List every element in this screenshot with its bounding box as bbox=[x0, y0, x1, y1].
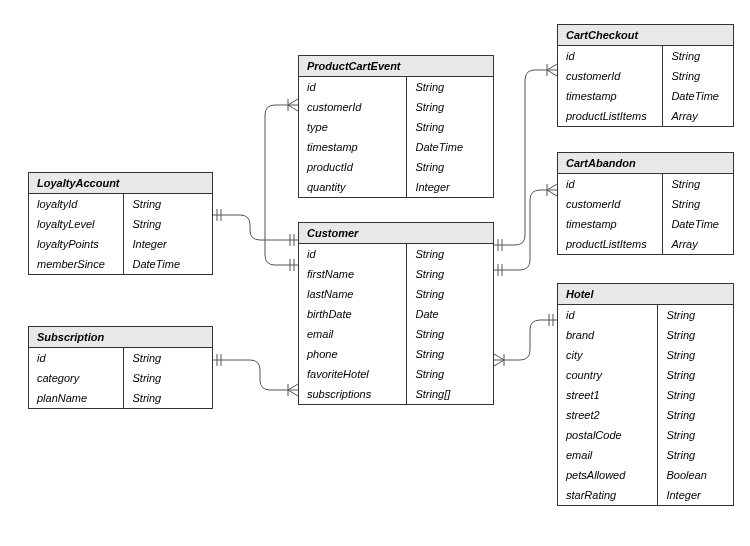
field-name: planName bbox=[29, 388, 123, 408]
entity-subscription: Subscription id category planName String… bbox=[28, 326, 213, 409]
field-name: street2 bbox=[558, 405, 657, 425]
field-name: customerId bbox=[558, 194, 662, 214]
field-name: firstName bbox=[299, 264, 406, 284]
entity-hotel: Hotel id brand city country street1 stre… bbox=[557, 283, 734, 506]
field-name: id bbox=[299, 244, 406, 264]
field-name: birthDate bbox=[299, 304, 406, 324]
entity-customer: Customer id firstName lastName birthDate… bbox=[298, 222, 494, 405]
field-type: String bbox=[407, 364, 493, 384]
field-name: loyaltyId bbox=[29, 194, 123, 214]
field-type: String bbox=[124, 348, 212, 368]
field-type: String bbox=[658, 365, 733, 385]
field-type: DateTime bbox=[407, 137, 493, 157]
field-name: postalCode bbox=[558, 425, 657, 445]
field-type: String bbox=[658, 425, 733, 445]
field-type: String bbox=[658, 385, 733, 405]
field-name: email bbox=[299, 324, 406, 344]
field-name: street1 bbox=[558, 385, 657, 405]
field-name: favoriteHotel bbox=[299, 364, 406, 384]
field-type: DateTime bbox=[663, 214, 733, 234]
field-type: String bbox=[658, 445, 733, 465]
field-type: String bbox=[663, 46, 733, 66]
entity-title: Customer bbox=[299, 223, 493, 244]
field-type: String bbox=[658, 325, 733, 345]
field-name: quantity bbox=[299, 177, 406, 197]
field-type: String bbox=[658, 305, 733, 325]
field-type: String bbox=[407, 324, 493, 344]
field-type: DateTime bbox=[663, 86, 733, 106]
field-type: Integer bbox=[407, 177, 493, 197]
field-type: String bbox=[407, 157, 493, 177]
field-name: id bbox=[558, 46, 662, 66]
field-name: productListItems bbox=[558, 106, 662, 126]
field-type: String bbox=[407, 244, 493, 264]
field-type: String bbox=[124, 214, 212, 234]
entity-cart-abandon: CartAbandon id customerId timestamp prod… bbox=[557, 152, 734, 255]
field-name: loyaltyPoints bbox=[29, 234, 123, 254]
field-name: category bbox=[29, 368, 123, 388]
field-type: String bbox=[407, 97, 493, 117]
field-name: memberSince bbox=[29, 254, 123, 274]
field-type: DateTime bbox=[124, 254, 212, 274]
field-name: timestamp bbox=[558, 86, 662, 106]
field-name: id bbox=[299, 77, 406, 97]
field-type: Integer bbox=[658, 485, 733, 505]
field-name: country bbox=[558, 365, 657, 385]
field-name: type bbox=[299, 117, 406, 137]
field-name: productId bbox=[299, 157, 406, 177]
field-type: String bbox=[663, 66, 733, 86]
er-diagram-canvas: LoyaltyAccount loyaltyId loyaltyLevel lo… bbox=[0, 0, 750, 546]
field-type: String bbox=[663, 174, 733, 194]
field-name: brand bbox=[558, 325, 657, 345]
field-type: Integer bbox=[124, 234, 212, 254]
field-type: String bbox=[124, 194, 212, 214]
entity-title: Hotel bbox=[558, 284, 733, 305]
field-name: email bbox=[558, 445, 657, 465]
field-type: String bbox=[663, 194, 733, 214]
field-name: lastName bbox=[299, 284, 406, 304]
field-type: String bbox=[407, 77, 493, 97]
entity-title: Subscription bbox=[29, 327, 212, 348]
field-name: id bbox=[29, 348, 123, 368]
field-type: String bbox=[407, 344, 493, 364]
field-type: String[] bbox=[407, 384, 493, 404]
field-type: String bbox=[658, 345, 733, 365]
field-type: Boolean bbox=[658, 465, 733, 485]
entity-title: ProductCartEvent bbox=[299, 56, 493, 77]
field-type: String bbox=[658, 405, 733, 425]
field-name: customerId bbox=[299, 97, 406, 117]
entity-loyalty-account: LoyaltyAccount loyaltyId loyaltyLevel lo… bbox=[28, 172, 213, 275]
field-name: timestamp bbox=[299, 137, 406, 157]
field-type: Array bbox=[663, 106, 733, 126]
entity-title: CartAbandon bbox=[558, 153, 733, 174]
field-type: String bbox=[124, 368, 212, 388]
field-name: city bbox=[558, 345, 657, 365]
entity-title: LoyaltyAccount bbox=[29, 173, 212, 194]
field-name: subscriptions bbox=[299, 384, 406, 404]
field-name: id bbox=[558, 305, 657, 325]
entity-title: CartCheckout bbox=[558, 25, 733, 46]
field-name: starRating bbox=[558, 485, 657, 505]
field-name: petsAllowed bbox=[558, 465, 657, 485]
field-name: id bbox=[558, 174, 662, 194]
field-type: Array bbox=[663, 234, 733, 254]
field-name: customerId bbox=[558, 66, 662, 86]
field-name: phone bbox=[299, 344, 406, 364]
field-type: String bbox=[407, 117, 493, 137]
field-type: String bbox=[124, 388, 212, 408]
field-type: String bbox=[407, 264, 493, 284]
field-name: timestamp bbox=[558, 214, 662, 234]
field-type: String bbox=[407, 284, 493, 304]
field-name: productListItems bbox=[558, 234, 662, 254]
field-name: loyaltyLevel bbox=[29, 214, 123, 234]
field-type: Date bbox=[407, 304, 493, 324]
entity-cart-checkout: CartCheckout id customerId timestamp pro… bbox=[557, 24, 734, 127]
entity-product-cart-event: ProductCartEvent id customerId type time… bbox=[298, 55, 494, 198]
